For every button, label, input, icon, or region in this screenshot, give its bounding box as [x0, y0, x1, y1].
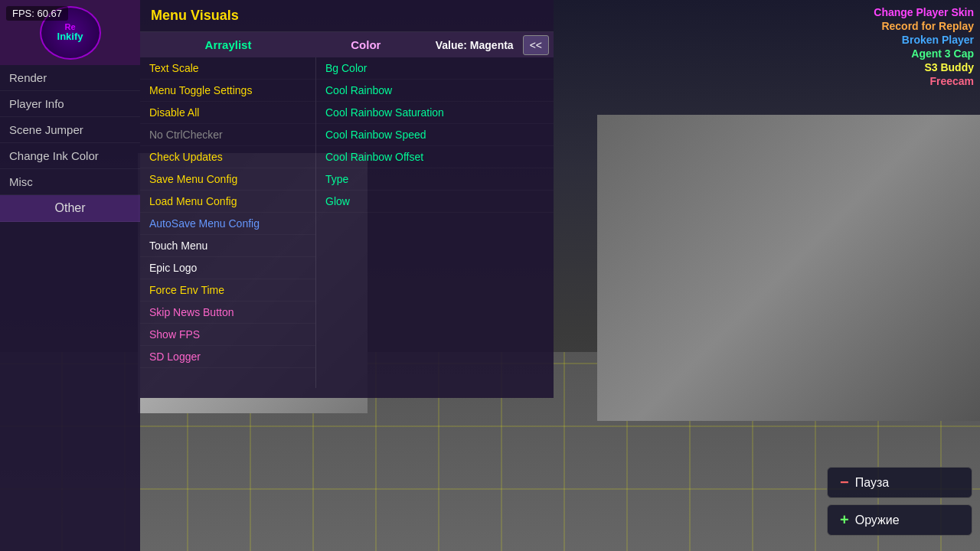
bottom-right-buttons: − Пауза + Оружие — [827, 467, 972, 536]
top-right-overlay: Change Player Skin Record for Replay Bro… — [874, 6, 974, 87]
col-value: Value: Magenta — [416, 33, 523, 57]
weapon-label: Оружие — [855, 514, 900, 527]
nav-player-info[interactable]: Player Info — [0, 91, 140, 117]
item-load-menu-config[interactable]: Load Menu Config — [140, 191, 315, 213]
sidebar: Re Inkify Render Player Info Scene Jumpe… — [0, 0, 140, 551]
nav-misc[interactable]: Misc — [0, 169, 140, 195]
column-headers: Arraylist Color Value: Magenta << — [140, 32, 554, 57]
left-column: Text Scale Menu Toggle Settings Disable … — [140, 57, 316, 388]
item-autosave-menu-config[interactable]: AutoSave Menu Config — [140, 213, 315, 235]
item-bg-color[interactable]: Bg Color — [316, 57, 554, 80]
weapon-icon: + — [840, 511, 849, 529]
item-force-env-time[interactable]: Force Env Time — [140, 279, 315, 302]
item-skip-news-button[interactable]: Skip News Button — [140, 302, 315, 324]
col-color: Color — [316, 32, 416, 57]
item-sd-logger[interactable]: SD Logger — [140, 346, 315, 368]
item-menu-toggle-settings[interactable]: Menu Toggle Settings — [140, 80, 315, 102]
pause-label: Пауза — [855, 476, 889, 490]
item-text-scale[interactable]: Text Scale — [140, 57, 315, 80]
fps-counter: FPS: 60.67 — [6, 6, 68, 21]
top-right-record-replay[interactable]: Record for Replay — [881, 20, 974, 32]
pause-button[interactable]: − Пауза — [827, 467, 972, 498]
nav-change-ink-color[interactable]: Change Ink Color — [0, 143, 140, 169]
item-show-fps[interactable]: Show FPS — [140, 324, 315, 346]
top-right-broken-player[interactable]: Broken Player — [902, 34, 974, 46]
panel-title: Menu Visuals — [140, 0, 554, 32]
item-no-ctrlchecker[interactable]: No CtrlChecker — [140, 124, 315, 146]
item-save-menu-config[interactable]: Save Menu Config — [140, 168, 315, 191]
item-touch-menu[interactable]: Touch Menu — [140, 235, 315, 257]
right-column: Bg Color Cool Rainbow Cool Rainbow Satur… — [316, 57, 554, 388]
nav-other[interactable]: Other — [0, 195, 140, 222]
top-right-s3buddy[interactable]: S3 Buddy — [924, 61, 974, 73]
wall-right — [597, 115, 980, 421]
item-cool-rainbow-speed[interactable]: Cool Rainbow Speed — [316, 124, 554, 146]
item-epic-logo[interactable]: Epic Logo — [140, 257, 315, 279]
item-cool-rainbow-saturation[interactable]: Cool Rainbow Saturation — [316, 102, 554, 124]
logo-inkify: Inkify — [57, 31, 83, 42]
nav-render[interactable]: Render — [0, 65, 140, 91]
item-glow[interactable]: Glow — [316, 191, 554, 213]
item-cool-rainbow-offset[interactable]: Cool Rainbow Offset — [316, 146, 554, 168]
pause-icon: − — [840, 474, 849, 491]
nav-scene-jumper[interactable]: Scene Jumper — [0, 117, 140, 143]
two-col-content: Text Scale Menu Toggle Settings Disable … — [140, 57, 554, 388]
weapon-button[interactable]: + Оружие — [827, 504, 972, 536]
item-cool-rainbow[interactable]: Cool Rainbow — [316, 80, 554, 102]
top-right-freecam[interactable]: Freecam — [929, 75, 974, 87]
item-type[interactable]: Type — [316, 168, 554, 191]
top-right-change-player-skin[interactable]: Change Player Skin — [874, 6, 974, 18]
col-arrow-button[interactable]: << — [523, 35, 549, 55]
main-panel: Menu Visuals Arraylist Color Value: Mage… — [140, 0, 554, 398]
top-right-agent3-cap[interactable]: Agent 3 Cap — [911, 47, 974, 60]
col-arraylist: Arraylist — [140, 32, 316, 57]
item-check-updates[interactable]: Check Updates — [140, 146, 315, 168]
item-disable-all[interactable]: Disable All — [140, 102, 315, 124]
